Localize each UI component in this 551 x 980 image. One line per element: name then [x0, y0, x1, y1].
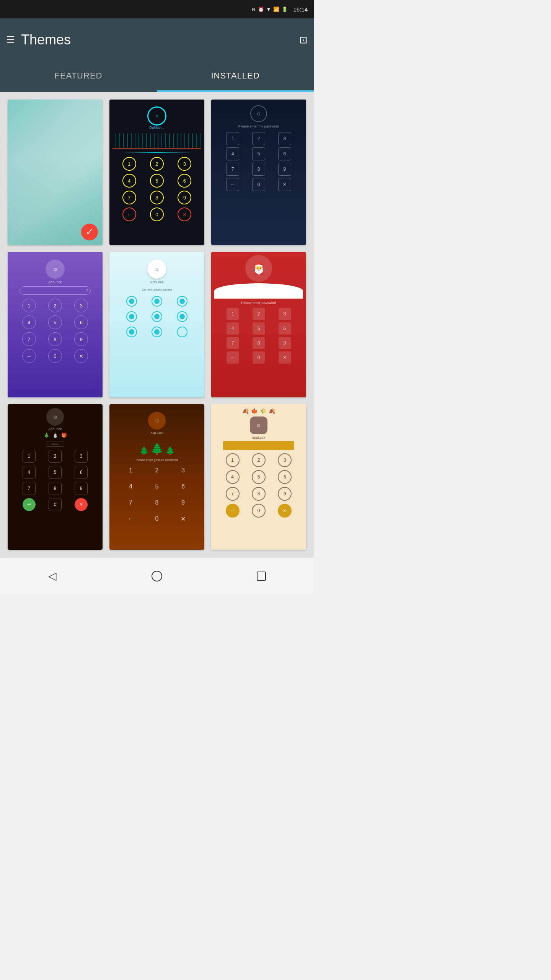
status-bar: ⊖ ⏰ ▼ 📶 🔋 16:14 [0, 0, 314, 18]
numpad: 1 2 3 4 5 6 7 8 9 ← 0 ✕ [119, 464, 194, 525]
menu-icon[interactable]: ☰ [6, 34, 15, 46]
clock-icon: ⏰ [258, 7, 264, 12]
numpad: 1 2 3 4 5 6 7 8 9 ← 0 ✕ [17, 299, 93, 363]
santa-graphic: 🎅 [245, 255, 272, 282]
back-icon: ◁ [48, 570, 57, 582]
crop-icon[interactable]: ⊡ [299, 34, 308, 46]
page-title: Themes [21, 32, 71, 48]
tab-featured[interactable]: FEATURED [0, 61, 157, 92]
battery-icon: 🔋 [282, 7, 288, 12]
theme-logo: ⊡ [250, 105, 267, 122]
theme-card-4[interactable]: ⊡ AppLock ? 1 2 3 4 5 6 7 8 9 ← 0 ✕ [8, 252, 103, 397]
theme-logo: ⊡ [147, 106, 166, 126]
wifi-icon: ▼ [266, 7, 271, 12]
theme-text: Please enter password [241, 301, 276, 305]
theme-label: appLock [252, 436, 265, 439]
theme-card-6[interactable]: 🎅 Please enter password 1 2 3 4 5 6 7 8 … [211, 252, 306, 397]
pattern-grid [121, 296, 192, 337]
tab-installed[interactable]: INSTALLED [157, 61, 314, 92]
theme-card-9[interactable]: 🍂🍁🌾🍂 ⊡ appLock 1 2 3 4 5 6 7 8 9 ← 0 ✕ [211, 404, 306, 550]
app-bar-left: ☰ Themes [6, 32, 71, 48]
numpad: 1 2 3 4 5 6 7 8 9 ← 0 ✕ [117, 157, 197, 221]
theme-label: AppLock [48, 427, 62, 431]
bottom-nav: ◁ [0, 557, 314, 594]
numpad: 1 2 3 4 5 6 7 8 9 ← 0 ✕ [221, 132, 296, 191]
numpad: 1 2 3 4 5 6 7 8 9 ← 0 ✕ [221, 453, 296, 518]
app-bar: ☰ Themes ⊡ [0, 18, 314, 61]
theme-logo: ⊡ [147, 260, 166, 279]
home-icon [152, 571, 162, 581]
trees-graphic: 🌲 🌲 🌲 [112, 436, 201, 455]
recents-button[interactable] [250, 565, 273, 588]
theme-logo: ⊡ [148, 412, 166, 430]
password-input: ? [20, 286, 91, 295]
theme-grid: ✓ ⊡ DaMath... 1 2 3 4 5 6 7 8 9 ← 0 [0, 92, 314, 557]
theme-card-2[interactable]: ⊡ DaMath... 1 2 3 4 5 6 7 8 9 ← 0 ✕ [109, 100, 204, 245]
theme-card-8[interactable]: ⊡ App Lock 🌲 🌲 🌲 Please enter gesture pa… [109, 404, 204, 550]
signal-icon: 📶 [273, 7, 279, 12]
snow-graphic [214, 283, 303, 299]
selected-badge: ✓ [81, 224, 98, 240]
tab-bar: FEATURED INSTALLED [0, 61, 314, 92]
numpad: 1 2 3 4 5 6 7 8 9 ↩ 0 ✕ [17, 450, 93, 511]
theme-text: Please enter the password [238, 124, 279, 128]
banner [223, 441, 294, 450]
status-time: 16:14 [293, 6, 308, 13]
theme-text: Please enter gesture password [136, 458, 178, 462]
theme-label: AppLock [48, 280, 62, 284]
theme-logo: ⊡ [250, 416, 267, 434]
theme-card-1[interactable]: ✓ [8, 100, 103, 245]
theme-card-7[interactable]: ⊡ AppLock 🎄⛄🎁 •••••••• 1 2 3 4 5 6 7 8 9… [8, 404, 103, 550]
recents-icon [257, 572, 266, 581]
theme-logo: ⊡ [46, 408, 64, 426]
decoration: 🎄⛄🎁 [44, 433, 67, 438]
numpad: 1 2 3 4 5 6 7 8 9 ← 0 ✕ [221, 308, 296, 364]
theme-logo: ⊡ [46, 260, 65, 279]
minus-icon: ⊖ [251, 7, 256, 12]
theme-card-5[interactable]: ⊡ AppLock Confirm saved pattern [109, 252, 204, 397]
city-skyline [112, 133, 201, 149]
theme-text: AppLock [150, 280, 163, 284]
back-button[interactable]: ◁ [41, 565, 64, 588]
home-button[interactable] [145, 565, 168, 588]
theme-card-3[interactable]: ⊡ Please enter the password 1 2 3 4 5 6 … [211, 100, 306, 245]
status-icons: ⊖ ⏰ ▼ 📶 🔋 16:14 [251, 6, 308, 13]
